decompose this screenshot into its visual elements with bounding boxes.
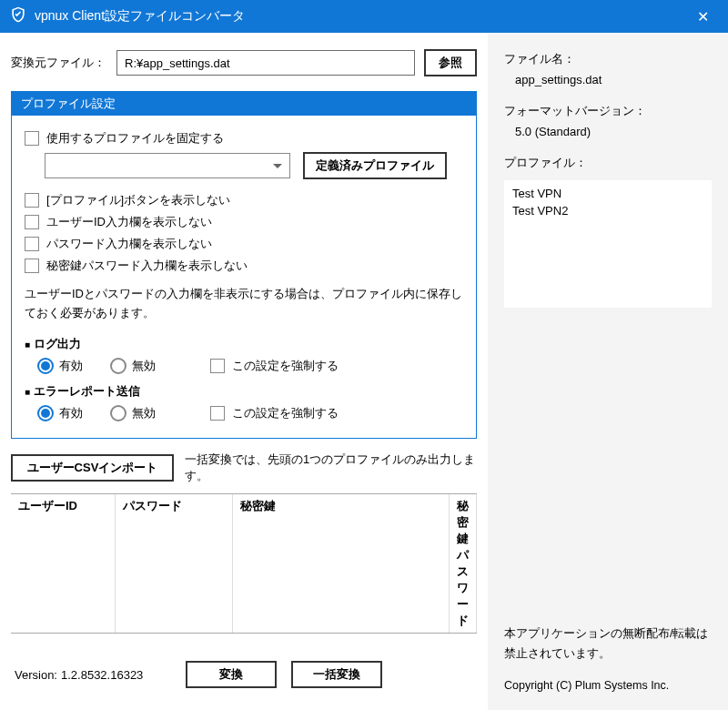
list-item[interactable]: Test VPN2 bbox=[511, 202, 705, 219]
disclaimer-text: 本アプリケーションの無断配布/転載は禁止されています。 bbox=[504, 624, 712, 664]
app-shield-icon bbox=[9, 5, 27, 27]
radio-icon bbox=[110, 358, 126, 374]
log-enabled-radio[interactable]: 有効 bbox=[37, 358, 83, 374]
footer: Version: 1.2.8532.16323 変換 一括変換 bbox=[11, 654, 477, 699]
titlebar: vpnux Client設定ファイルコンバータ ✕ bbox=[0, 0, 728, 33]
csv-import-note: 一括変換では、先頭の1つのプロファイルのみ出力します。 bbox=[185, 451, 477, 484]
hide-profile-btn-checkbox[interactable] bbox=[25, 193, 39, 208]
hide-userid-checkbox[interactable] bbox=[25, 215, 39, 229]
defined-profiles-button[interactable]: 定義済みプロファイル bbox=[303, 152, 447, 179]
list-item[interactable]: Test VPN bbox=[511, 185, 705, 202]
radio-checked-icon bbox=[37, 358, 54, 374]
hide-password-checkbox[interactable] bbox=[25, 237, 39, 251]
info-sidebar: ファイル名： app_settings.dat フォーマットバージョン： 5.0… bbox=[488, 33, 728, 710]
err-enabled-radio[interactable]: 有効 bbox=[37, 405, 83, 421]
log-force-checkbox[interactable] bbox=[210, 359, 225, 373]
source-file-label: 変換元ファイル： bbox=[11, 55, 106, 71]
profile-panel-header: プロファイル設定 bbox=[12, 92, 476, 116]
err-force-checkbox[interactable] bbox=[210, 406, 225, 421]
hide-keypassword-label: 秘密鍵パスワード入力欄を表示しない bbox=[46, 258, 248, 274]
th-privatekey: 秘密鍵 bbox=[233, 494, 450, 633]
err-force-label: この設定を強制する bbox=[232, 405, 339, 421]
source-file-row: 変換元ファイル： 参照 bbox=[11, 49, 477, 76]
log-output-heading: ログ出力 bbox=[25, 336, 463, 352]
copyright-text: Copyright (C) Plum Systems Inc. bbox=[504, 676, 712, 695]
hide-profile-btn-label: [プロファイル]ボタンを表示しない bbox=[46, 192, 230, 208]
th-keypassword: 秘密鍵パスワード bbox=[450, 494, 477, 633]
window-title: vpnux Client設定ファイルコンバータ bbox=[35, 8, 686, 25]
radio-checked-icon bbox=[37, 405, 54, 421]
info-filename-label: ファイル名： bbox=[504, 51, 712, 67]
fix-profile-checkbox[interactable] bbox=[25, 131, 39, 146]
version-label: Version: bbox=[15, 668, 57, 682]
info-filename: app_settings.dat bbox=[515, 73, 712, 86]
hide-userid-label: ユーザーID入力欄を表示しない bbox=[46, 214, 212, 230]
close-icon[interactable]: ✕ bbox=[686, 8, 719, 25]
desc-text: ユーザーIDとパスワードの入力欄を非表示にする場合は、プロファイル内に保存してお… bbox=[25, 285, 463, 323]
err-disabled-radio[interactable]: 無効 bbox=[110, 405, 156, 421]
th-password: パスワード bbox=[116, 494, 233, 633]
info-format-label: フォーマットバージョン： bbox=[504, 103, 712, 119]
log-force-label: この設定を強制する bbox=[232, 358, 339, 374]
info-format: 5.0 (Standard) bbox=[515, 125, 712, 138]
profile-select[interactable] bbox=[45, 153, 290, 178]
fix-profile-label: 使用するプロファイルを固定する bbox=[46, 130, 224, 147]
profile-settings-panel: プロファイル設定 使用するプロファイルを固定する 定義済みプロファイル [プロフ… bbox=[11, 91, 477, 439]
chevron-down-icon bbox=[273, 164, 282, 168]
user-table-header: ユーザーID パスワード 秘密鍵 秘密鍵パスワード bbox=[11, 493, 477, 634]
error-report-heading: エラーレポート送信 bbox=[25, 383, 463, 400]
source-file-input[interactable] bbox=[116, 50, 415, 76]
browse-button[interactable]: 参照 bbox=[424, 49, 477, 76]
csv-import-row: ユーザーCSVインポート 一括変換では、先頭の1つのプロファイルのみ出力します。 bbox=[11, 451, 477, 484]
hide-password-label: パスワード入力欄を表示しない bbox=[46, 236, 212, 252]
version-value: 1.2.8532.16323 bbox=[61, 668, 143, 682]
log-disabled-radio[interactable]: 無効 bbox=[110, 358, 156, 374]
info-profile-list[interactable]: Test VPN Test VPN2 bbox=[504, 180, 712, 308]
hide-keypassword-checkbox[interactable] bbox=[25, 259, 39, 273]
csv-import-button[interactable]: ユーザーCSVインポート bbox=[11, 454, 174, 482]
batch-convert-button[interactable]: 一括変換 bbox=[291, 661, 382, 688]
th-userid: ユーザーID bbox=[11, 494, 116, 633]
convert-button[interactable]: 変換 bbox=[186, 661, 277, 688]
radio-icon bbox=[110, 405, 126, 421]
info-profiles-label: プロファイル： bbox=[504, 155, 712, 171]
